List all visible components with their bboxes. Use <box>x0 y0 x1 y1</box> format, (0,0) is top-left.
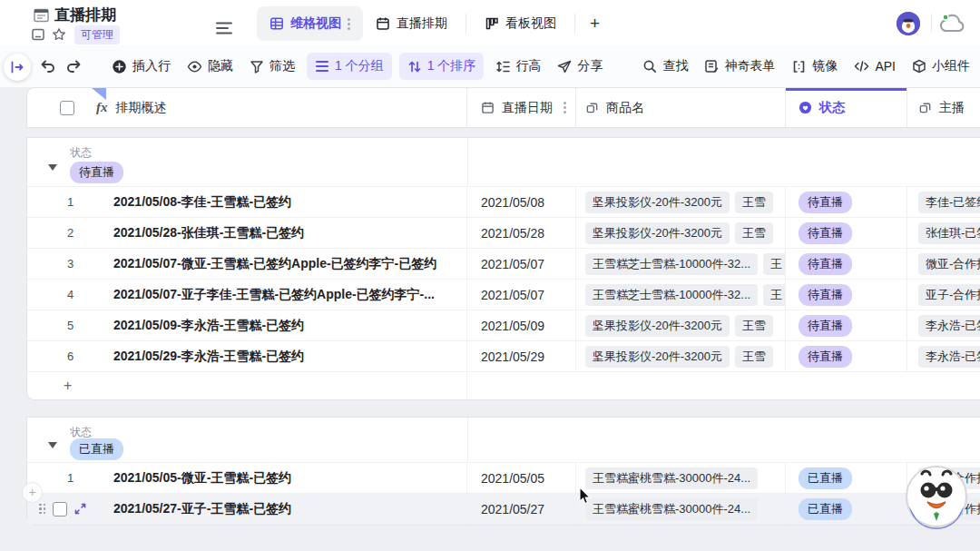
product-cell[interactable]: 坚果投影仪-20件-3200元王雪 <box>576 341 786 371</box>
product-cell[interactable]: 王雪糕芝士雪糕-10000件-32...王 <box>576 249 786 279</box>
overview-cell[interactable]: 2021/05/29-李永浩-王雪糕-已签约 <box>113 349 304 365</box>
note-icon[interactable] <box>31 27 45 42</box>
overview-cell[interactable]: 2021/05/05-微亚-王雪糕-已签约 <box>113 470 291 487</box>
api-button[interactable]: API <box>846 54 904 79</box>
status-cell[interactable]: 已直播 <box>786 494 907 524</box>
hide-fields-button[interactable]: 隐藏 <box>179 53 241 80</box>
group-pending: 状态 待直播 12021/05/08-李佳-王雪糕-已签约 2021/05/08… <box>27 138 980 399</box>
table-row[interactable]: 52021/05/09-李永浩-王雪糕-已签约 2021/05/09 坚果投影仪… <box>27 310 980 341</box>
table-row[interactable]: 12021/05/05-微亚-王雪糕-已签约 2021/05/05 王雪糕蜜桃雪… <box>27 463 980 494</box>
undo-icon[interactable] <box>40 59 56 74</box>
status-cell[interactable]: 待直播 <box>786 310 907 340</box>
overview-cell[interactable]: 2021/05/28-张佳琪-王雪糕-已签约 <box>113 225 304 241</box>
date-cell[interactable]: 2021/05/07 <box>467 249 576 279</box>
table-row-hovered[interactable]: 2021/05/27-亚子-王雪糕-已签约 2021/05/27 王雪糕蜜桃雪糕… <box>27 494 980 525</box>
share-button[interactable]: 分享 <box>549 53 611 80</box>
group-value-pill: 已直播 <box>70 438 123 460</box>
divider <box>574 14 575 34</box>
sort-button[interactable]: 1 个排序 <box>399 53 485 80</box>
group-header[interactable]: 状态 待直播 <box>27 138 980 187</box>
row-height-button[interactable]: 行高 <box>487 53 549 80</box>
overview-cell[interactable]: 2021/05/07-微亚-王雪糕-已签约Apple-已签约李宁-已签约 <box>113 256 436 272</box>
status-cell[interactable]: 已直播 <box>786 463 907 493</box>
product-cell[interactable]: 王雪糕芝士雪糕-10000件-32...王 <box>576 280 786 310</box>
product-cell[interactable]: 坚果投影仪-20件-3200元王雪 <box>576 310 786 340</box>
view-list-icon[interactable] <box>216 22 232 34</box>
table-row[interactable]: 22021/05/28-张佳琪-王雪糕-已签约 2021/05/28 坚果投影仪… <box>27 218 980 249</box>
tab-grid-view[interactable]: 维格视图 <box>257 6 363 41</box>
link-record-icon <box>585 101 599 114</box>
product-cell[interactable]: 王雪糕蜜桃雪糕-30000件-24... <box>576 463 786 493</box>
form-icon <box>704 59 719 74</box>
date-cell[interactable]: 2021/05/09 <box>467 310 576 340</box>
product-cell[interactable]: 坚果投影仪-20件-3200元王雪 <box>576 187 786 217</box>
column-label: 状态 <box>819 100 845 116</box>
anchor-cell[interactable]: 李佳-已签约 <box>907 187 980 217</box>
date-cell[interactable]: 2021/05/29 <box>467 341 576 371</box>
overview-cell[interactable]: 2021/05/08-李佳-王雪糕-已签约 <box>113 194 291 211</box>
magic-form-button[interactable]: 神奇表单 <box>696 53 783 80</box>
table-row[interactable]: 42021/05/07-亚子李佳-王雪糕-已签约Apple-已签约李宁-... … <box>27 280 980 310</box>
select-all-checkbox[interactable] <box>60 101 74 115</box>
date-cell[interactable]: 2021/05/28 <box>467 218 576 248</box>
expand-record-icon[interactable] <box>74 503 86 515</box>
date-cell[interactable]: 2021/05/05 <box>467 463 576 493</box>
column-anchor[interactable]: 主播 <box>907 88 980 127</box>
status-cell[interactable]: 待直播 <box>786 218 907 248</box>
status-cell[interactable]: 待直播 <box>786 187 907 217</box>
insert-row-button[interactable]: 插入行 <box>103 53 179 80</box>
anchor-cell[interactable]: 李永浩-已签约 <box>907 310 980 340</box>
table-row[interactable]: 12021/05/08-李佳-王雪糕-已签约 2021/05/08 坚果投影仪-… <box>27 187 980 218</box>
status-cell[interactable]: 待直播 <box>786 341 907 371</box>
row-number: 1 <box>27 195 113 209</box>
anchor-cell[interactable]: 亚子-合作拍档 <box>907 280 980 310</box>
anchor-cell[interactable]: 张佳琪-已签约 <box>907 218 980 248</box>
filter-button[interactable]: 筛选 <box>241 53 303 80</box>
date-cell[interactable]: 2021/05/07 <box>467 280 576 310</box>
column-product[interactable]: 商品名 <box>576 88 786 127</box>
collapse-triangle-icon[interactable] <box>48 164 57 171</box>
column-status[interactable]: 状态 <box>786 88 907 127</box>
tab-calendar-view[interactable]: 直播排期 <box>363 6 460 41</box>
column-label: 直播日期 <box>502 100 553 116</box>
add-row-plus[interactable]: + <box>64 378 72 394</box>
drag-handle-icon[interactable] <box>39 504 45 515</box>
column-overview[interactable]: fx 排期概述 <box>27 88 467 127</box>
overview-cell[interactable]: 2021/05/09-李永浩-王雪糕-已签约 <box>113 318 304 334</box>
column-menu-icon[interactable] <box>564 102 566 113</box>
group-header[interactable]: 状态 已直播 <box>27 418 980 463</box>
group-button[interactable]: 1 个分组 <box>307 53 392 80</box>
row-number: 2 <box>27 226 113 240</box>
permission-badge: 可管理 <box>74 25 120 44</box>
status-cell[interactable]: 待直播 <box>786 249 907 279</box>
table-row[interactable]: 62021/05/29-李永浩-王雪糕-已签约 2021/05/29 坚果投影仪… <box>27 341 980 372</box>
calendar-icon <box>376 16 390 31</box>
star-icon[interactable] <box>52 27 66 42</box>
redo-icon[interactable] <box>65 59 82 74</box>
overview-cell[interactable]: 2021/05/07-亚子李佳-王雪糕-已签约Apple-已签约李宁-... <box>113 287 435 303</box>
tab-menu-icon[interactable] <box>348 18 350 30</box>
product-cell[interactable]: 坚果投影仪-20件-3200元王雪 <box>576 218 786 248</box>
table-row[interactable]: 32021/05/07-微亚-王雪糕-已签约Apple-已签约李宁-已签约 20… <box>27 249 980 280</box>
column-date[interactable]: 直播日期 <box>467 88 576 127</box>
anchor-cell[interactable]: 微亚-合作拍档 <box>907 249 980 279</box>
expand-sidebar-button[interactable] <box>4 54 31 81</box>
add-view-button[interactable]: + <box>581 8 609 39</box>
tab-label: 维格视图 <box>290 15 341 32</box>
add-row[interactable]: + <box>27 372 980 398</box>
mirror-button[interactable]: 镜像 <box>783 53 846 80</box>
find-button[interactable]: 查找 <box>634 53 696 80</box>
anchor-cell[interactable]: 李永浩-已签约 <box>907 341 980 371</box>
date-cell[interactable]: 2021/05/08 <box>467 187 576 217</box>
column-label: 主播 <box>939 100 965 116</box>
status-cell[interactable]: 待直播 <box>786 280 907 310</box>
user-avatar[interactable] <box>897 12 920 35</box>
widget-button[interactable]: 小组件 <box>904 53 978 80</box>
date-cell[interactable]: 2021/05/27 <box>467 494 576 524</box>
product-cell[interactable]: 王雪糕蜜桃雪糕-30000件-24... <box>576 494 786 524</box>
collapse-triangle-icon[interactable] <box>48 442 57 448</box>
tab-kanban-view[interactable]: 看板视图 <box>472 6 569 41</box>
overview-cell[interactable]: 2021/05/27-亚子-王雪糕-已签约 <box>113 501 291 517</box>
insert-row-hover-button[interactable]: + <box>22 482 43 503</box>
row-checkbox[interactable] <box>53 502 67 517</box>
